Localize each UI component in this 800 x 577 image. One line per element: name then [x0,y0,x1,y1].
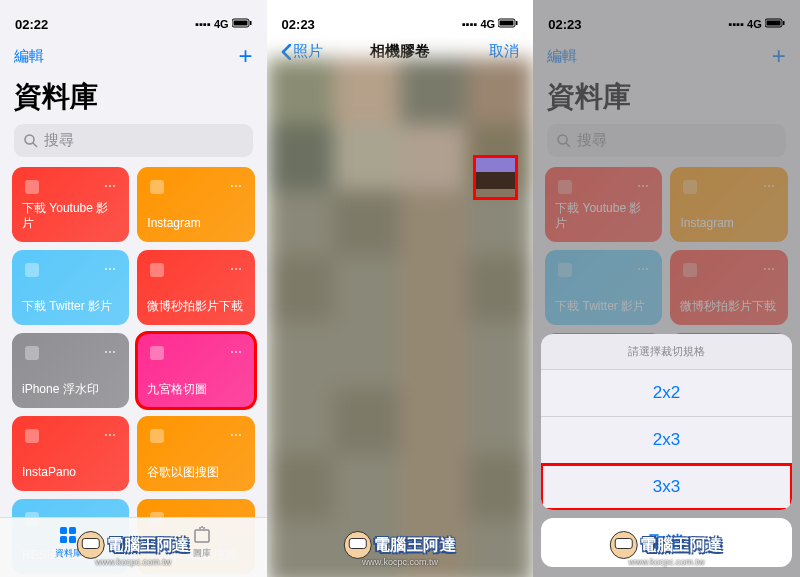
sheet-option-3x3[interactable]: 3x3 [541,464,792,510]
battery-icon [232,18,252,30]
photo-thumbnail[interactable] [333,256,400,322]
svg-rect-10 [150,346,164,360]
sheet-option-2x3[interactable]: 2x3 [541,417,792,464]
photo-thumbnail[interactable] [400,256,467,322]
shortcut-tile[interactable]: ⋯下載 Twitter 影片 [545,250,662,325]
edit-button[interactable]: 編輯 [14,47,44,66]
photo-thumbnail[interactable] [467,58,534,124]
more-icon[interactable]: ⋯ [760,177,778,195]
svg-rect-11 [25,429,39,443]
photo-thumbnail[interactable] [267,520,334,577]
svg-point-23 [201,526,203,528]
shortcut-tile[interactable]: ⋯谷歌以图搜图 [137,416,254,491]
grid-icon [58,525,78,545]
svg-rect-5 [25,180,39,194]
more-icon[interactable]: ⋯ [227,343,245,361]
photo-thumbnail[interactable] [333,58,400,124]
status-time: 02:23 [282,17,315,32]
photo-thumbnail[interactable] [400,454,467,520]
tab-library-label: 資料庫 [55,547,82,560]
more-icon[interactable]: ⋯ [101,260,119,278]
photo-thumbnail[interactable] [267,256,334,322]
add-button[interactable]: + [772,42,786,70]
search-placeholder: 搜尋 [44,131,74,150]
battery-icon [765,18,785,30]
photo-grid[interactable] [267,58,534,577]
photo-thumbnail[interactable] [400,58,467,124]
search-icon [557,134,571,148]
photo-thumbnail[interactable] [267,190,334,256]
tab-library[interactable]: 資料庫 [55,525,82,560]
svg-rect-9 [25,346,39,360]
status-time: 02:22 [15,17,48,32]
more-icon[interactable]: ⋯ [227,426,245,444]
more-icon[interactable]: ⋯ [634,260,652,278]
network-label: 4G [747,18,762,30]
status-indicators: ▪▪▪▪ 4G [462,18,518,30]
photo-thumbnail[interactable] [333,454,400,520]
photo-thumbnail[interactable] [267,58,334,124]
tab-bar: 資料庫 圖庫 [0,517,267,577]
status-indicators: ▪▪▪▪ 4G [195,18,251,30]
tile-label: 九宮格切圖 [147,382,244,396]
more-icon[interactable]: ⋯ [227,177,245,195]
photo-thumbnail[interactable] [333,190,400,256]
shortcut-icon [555,260,575,280]
photo-thumbnail[interactable] [333,388,400,454]
more-icon[interactable]: ⋯ [227,260,245,278]
shortcut-tile[interactable]: ⋯微博秒拍影片下載 [670,250,787,325]
sheet-option-2x2[interactable]: 2x2 [541,370,792,417]
shortcut-tile[interactable]: ⋯下載 Youtube 影片 [545,167,662,242]
network-label: 4G [214,18,229,30]
photo-thumbnail[interactable] [267,388,334,454]
photo-thumbnail[interactable] [400,520,467,577]
photo-thumbnail[interactable] [400,322,467,388]
sheet-cancel-button[interactable]: 取消 [541,518,792,567]
tile-label: 下載 Twitter 影片 [22,299,119,313]
photo-thumbnail[interactable] [333,322,400,388]
edit-button[interactable]: 編輯 [547,47,577,66]
photo-thumbnail[interactable] [400,388,467,454]
photo-thumbnail[interactable] [267,454,334,520]
shortcut-tile[interactable]: ⋯iPhone 浮水印 [12,333,129,408]
photo-thumbnail[interactable] [400,190,467,256]
photo-thumbnail[interactable] [267,124,334,190]
nav-bar: 編輯 + [533,38,800,74]
shortcut-tile[interactable]: ⋯Instagram [670,167,787,242]
shortcut-icon [680,260,700,280]
search-input[interactable]: 搜尋 [547,124,786,157]
tile-label: InstaPano [22,465,119,479]
photo-thumbnail[interactable] [467,256,534,322]
photo-thumbnail[interactable] [467,388,534,454]
photo-thumbnail[interactable] [467,454,534,520]
photo-thumbnail[interactable] [333,520,400,577]
shortcut-tile[interactable]: ⋯下載 Twitter 影片 [12,250,129,325]
shortcut-icon [680,177,700,197]
svg-rect-19 [60,536,67,543]
shortcut-icon [147,426,167,446]
add-button[interactable]: + [239,42,253,70]
shortcut-tile[interactable]: ⋯Instagram [137,167,254,242]
more-icon[interactable]: ⋯ [101,426,119,444]
more-icon[interactable]: ⋯ [760,260,778,278]
search-input[interactable]: 搜尋 [14,124,253,157]
tab-gallery[interactable]: 圖庫 [192,525,212,560]
shortcut-tile[interactable]: ⋯九宮格切圖 [137,333,254,408]
photo-thumbnail[interactable] [400,124,467,190]
shortcut-tile[interactable]: ⋯InstaPano [12,416,129,491]
shortcut-tile[interactable]: ⋯下載 Youtube 影片 [12,167,129,242]
svg-line-32 [566,143,570,147]
svg-rect-30 [783,21,785,25]
svg-rect-27 [516,21,518,25]
selected-photo-thumb[interactable] [473,155,518,200]
svg-rect-8 [150,263,164,277]
more-icon[interactable]: ⋯ [101,177,119,195]
photo-thumbnail[interactable] [267,322,334,388]
shortcut-tile[interactable]: ⋯微博秒拍影片下載 [137,250,254,325]
photo-thumbnail[interactable] [467,322,534,388]
photo-thumbnail[interactable] [333,124,400,190]
photo-thumbnail[interactable] [467,520,534,577]
more-icon[interactable]: ⋯ [101,343,119,361]
more-icon[interactable]: ⋯ [634,177,652,195]
nav-bar: 編輯 + [0,38,267,74]
